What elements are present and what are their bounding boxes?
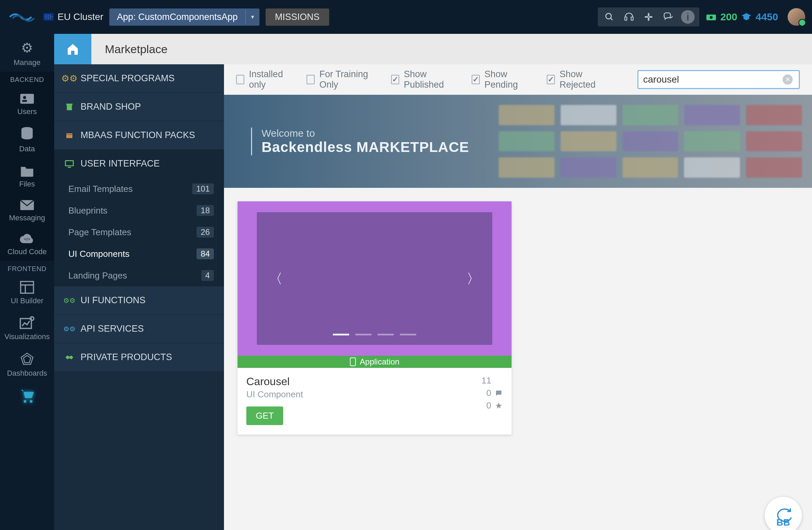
gears-icon: ⚙⚙ xyxy=(64,73,74,84)
rail-data[interactable]: Data xyxy=(0,121,54,158)
filter-published[interactable]: Show Published xyxy=(391,69,458,90)
logo-icon xyxy=(9,9,35,25)
support-icon[interactable] xyxy=(620,9,638,25)
svg-rect-28 xyxy=(65,160,73,166)
sub-page-templates[interactable]: Page Templates26 xyxy=(54,221,224,243)
result-card[interactable]: 〈 〉 Application Carousel UI Component xyxy=(237,201,511,434)
carousel-preview: 〈 〉 xyxy=(257,212,493,345)
svg-rect-25 xyxy=(67,105,72,110)
app-selector[interactable]: App: CustomComponentsApp ▾ xyxy=(109,9,259,26)
logo[interactable] xyxy=(7,9,37,25)
card-band: Application xyxy=(237,356,511,368)
svg-rect-6 xyxy=(645,16,649,18)
gear-icon: ⚙ xyxy=(21,40,33,56)
rail-messaging[interactable]: Messaging xyxy=(0,193,54,227)
gears-icon: ⚙⚙ xyxy=(64,324,74,334)
rail-visualizations[interactable]: Visualizations xyxy=(0,310,54,346)
filter-rejected[interactable]: Show Rejected xyxy=(547,69,610,90)
svg-rect-12 xyxy=(22,100,27,102)
main-content: Installed only For Training Only Show Pu… xyxy=(224,64,812,530)
cart-icon xyxy=(19,388,35,403)
cloud-code-icon: </> xyxy=(19,233,35,245)
eu-flag-icon xyxy=(43,13,54,20)
box-icon xyxy=(64,130,74,141)
layout-icon xyxy=(20,281,34,294)
search-icon[interactable] xyxy=(600,9,618,25)
points-display: 200 4450 xyxy=(706,11,778,23)
svg-line-1 xyxy=(611,18,613,20)
cat-private[interactable]: PRIVATE PRODUCTS xyxy=(54,343,224,372)
sub-blueprints[interactable]: Blueprints18 xyxy=(54,200,224,221)
chat-icon[interactable] xyxy=(659,9,677,25)
money-icon xyxy=(706,11,717,23)
info-icon[interactable]: i xyxy=(681,10,695,24)
sub-email-templates[interactable]: Email Templates101 xyxy=(54,178,224,200)
search-input-wrap: ✕ xyxy=(637,70,800,89)
rail-uibuilder[interactable]: UI Builder xyxy=(0,275,54,310)
cat-ui[interactable]: USER INTERFACE xyxy=(54,149,224,178)
missions-button[interactable]: MISSIONS xyxy=(265,9,329,26)
cat-mbaas[interactable]: MBAAS FUNCTION PACKS xyxy=(54,121,224,149)
filter-bar: Installed only For Training Only Show Pu… xyxy=(224,64,812,95)
slack-icon[interactable] xyxy=(640,9,657,25)
rail-marketplace[interactable] xyxy=(0,383,54,408)
rail-cloudcode[interactable]: </> Cloud Code xyxy=(0,227,54,261)
page-title: Marketplace xyxy=(91,43,168,56)
phone-icon xyxy=(349,357,356,366)
chevron-down-icon[interactable]: ▾ xyxy=(245,10,260,24)
cat-api[interactable]: ⚙⚙ API SERVICES xyxy=(54,315,224,343)
cat-uifn[interactable]: ⚙⚙ UI FUNCTIONS xyxy=(54,286,224,315)
card-subtitle: UI Component xyxy=(246,389,303,400)
rail-files[interactable]: Files xyxy=(0,158,54,193)
svg-point-11 xyxy=(23,96,26,99)
svg-rect-10 xyxy=(20,94,34,103)
filter-training[interactable]: For Training Only xyxy=(306,69,378,90)
handshake-icon xyxy=(64,352,74,362)
cat-special[interactable]: ⚙⚙ SPECIAL PROGRAMS xyxy=(54,64,224,93)
cat-brand[interactable]: BRAND SHOP xyxy=(54,93,224,121)
svg-rect-2 xyxy=(625,17,627,20)
rail-section-frontend: FRONTEND xyxy=(0,261,54,275)
search-input[interactable] xyxy=(643,74,783,85)
rail-section-backend: BACKEND xyxy=(0,72,54,86)
stat-stars: 0 xyxy=(487,400,503,411)
clear-search-icon[interactable]: ✕ xyxy=(783,74,793,85)
svg-rect-7 xyxy=(649,16,653,18)
polygon-icon xyxy=(20,352,34,366)
id-card-icon xyxy=(20,92,34,104)
download-icon xyxy=(495,377,503,385)
grad-cap-icon xyxy=(741,11,752,23)
points-blue: 4450 xyxy=(755,11,778,23)
hero-banner: Welcome to Backendless MARKETPLACE xyxy=(224,95,812,188)
carousel-dots xyxy=(333,334,416,335)
cluster-label: EU Cluster xyxy=(58,12,103,22)
filter-installed[interactable]: Installed only xyxy=(236,69,293,90)
points-green: 200 xyxy=(720,11,737,23)
svg-rect-30 xyxy=(350,358,356,366)
chart-icon xyxy=(20,316,34,330)
card-body: Carousel UI Component GET 11 0 0 xyxy=(237,368,511,434)
avatar[interactable] xyxy=(788,8,805,26)
gears-icon: ⚙⚙ xyxy=(64,296,74,306)
bb-float-button[interactable]: BB xyxy=(765,497,802,530)
shop-icon xyxy=(64,102,74,112)
top-icon-group: i xyxy=(598,8,699,26)
stat-comments: 0 xyxy=(487,388,503,398)
home-button[interactable] xyxy=(54,34,91,64)
card-image: 〈 〉 xyxy=(237,201,511,356)
sub-landing-pages[interactable]: Landing Pages4 xyxy=(54,265,224,286)
rail-dashboards[interactable]: Dashboards xyxy=(0,346,54,383)
monitor-icon xyxy=(64,159,74,169)
filter-pending[interactable]: Show Pending xyxy=(472,69,533,90)
svg-text:</>: </> xyxy=(24,237,30,242)
star-icon xyxy=(495,402,503,410)
svg-rect-26 xyxy=(66,133,72,138)
cluster-selector[interactable]: EU Cluster xyxy=(43,12,103,22)
rail-manage[interactable]: ⚙ Manage xyxy=(0,34,54,72)
rail-users[interactable]: Users xyxy=(0,86,54,121)
get-button[interactable]: GET xyxy=(246,406,283,425)
topbar: EU Cluster App: CustomComponentsApp ▾ MI… xyxy=(0,0,812,34)
page: Marketplace ⚙⚙ SPECIAL PROGRAMS BRAND SH… xyxy=(54,34,812,530)
sub-ui-components[interactable]: UI Components84 xyxy=(54,243,224,265)
category-sidebar: ⚙⚙ SPECIAL PROGRAMS BRAND SHOP MBAAS FUN… xyxy=(54,64,224,530)
